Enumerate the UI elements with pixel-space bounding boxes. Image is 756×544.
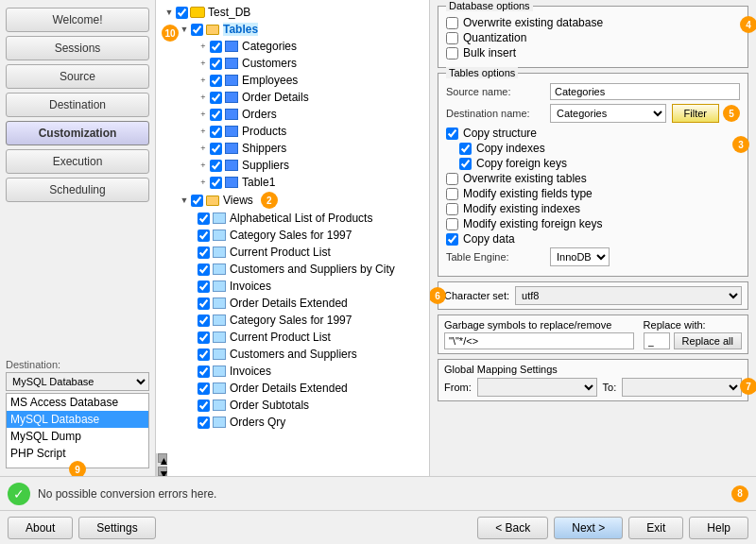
checkbox-overwrite-db[interactable]: [446, 17, 458, 29]
tree-item-view9[interactable]: Customers and Suppliers: [160, 346, 425, 363]
tree-views-folder[interactable]: ▼ Views 2: [160, 191, 425, 210]
settings-button[interactable]: Settings: [78, 517, 155, 539]
tree-item-orders[interactable]: + Orders: [160, 106, 425, 123]
checkbox-categories[interactable]: [210, 41, 222, 53]
exit-button[interactable]: Exit: [628, 517, 683, 539]
destination-listbox[interactable]: MS Access Database MySQL Database MySQL …: [6, 393, 149, 468]
checkbox-customers[interactable]: [210, 58, 222, 70]
checkbox-suppliers[interactable]: [210, 160, 222, 172]
checkbox-table1[interactable]: [210, 177, 222, 189]
checkbox-overwrite-tables[interactable]: [446, 173, 458, 185]
tree-item-view6[interactable]: Order Details Extended: [160, 295, 425, 312]
checkbox-view9[interactable]: [198, 348, 210, 361]
expand-customers[interactable]: +: [198, 58, 209, 69]
tree-item-shippers[interactable]: + Shippers: [160, 140, 425, 157]
checkbox-view2[interactable]: [198, 230, 210, 242]
mapping-to-select[interactable]: [622, 378, 742, 397]
checkbox-products[interactable]: [210, 126, 222, 138]
checkbox-quantization[interactable]: [446, 32, 458, 44]
sidebar-btn-execution[interactable]: Execution: [6, 149, 149, 174]
checkbox-copy-indexes[interactable]: [459, 143, 472, 155]
expand-table1[interactable]: +: [198, 177, 209, 188]
table-engine-select[interactable]: InnoDB: [550, 247, 610, 266]
listbox-item-mysqldump[interactable]: MySQL Dump: [7, 428, 148, 445]
checkbox-views[interactable]: [191, 195, 203, 207]
dest-name-select[interactable]: Categories: [550, 104, 666, 123]
checkbox-copy-structure[interactable]: [446, 128, 458, 140]
checkbox-copy-data[interactable]: [446, 233, 458, 246]
checkbox-view11[interactable]: [198, 382, 210, 395]
tree-item-view13[interactable]: Orders Qry: [160, 414, 425, 431]
source-name-input[interactable]: [550, 83, 740, 100]
checkbox-view4[interactable]: [198, 264, 210, 276]
checkbox-view7[interactable]: [198, 314, 210, 327]
checkbox-view12[interactable]: [198, 400, 210, 412]
next-button[interactable]: Next >: [554, 517, 623, 539]
tree-item-view10[interactable]: Invoices: [160, 363, 425, 380]
sidebar-btn-welcome[interactable]: Welcome!: [6, 8, 149, 32]
tree-item-categories[interactable]: + Categories: [160, 38, 425, 55]
tree-item-view11[interactable]: Order Details Extended: [160, 380, 425, 397]
scrollbar-up[interactable]: ▲: [158, 453, 167, 463]
tree-scroll[interactable]: ▼ Test_DB ▼ Tables + Categorie: [156, 0, 429, 453]
expand-shippers[interactable]: +: [198, 143, 209, 154]
tree-item-view7[interactable]: Category Sales for 1997: [160, 312, 425, 329]
tree-scrollbar[interactable]: ▲ ▼: [156, 453, 167, 476]
checkbox-modify-fk[interactable]: [446, 218, 458, 230]
checkbox-view1[interactable]: [198, 212, 210, 225]
checkbox-view5[interactable]: [198, 280, 210, 293]
tree-tables-folder[interactable]: ▼ Tables: [160, 21, 425, 38]
expand-root[interactable]: ▼: [163, 7, 175, 18]
sidebar-btn-customization[interactable]: Customization: [6, 121, 149, 145]
tree-item-suppliers[interactable]: + Suppliers: [160, 157, 425, 174]
checkbox-root[interactable]: [176, 7, 188, 19]
expand-suppliers[interactable]: +: [198, 160, 209, 171]
expand-employees[interactable]: +: [198, 75, 209, 86]
checkbox-shippers[interactable]: [210, 143, 222, 155]
expand-categories[interactable]: +: [198, 41, 209, 52]
replace-all-btn[interactable]: Replace all: [674, 332, 742, 349]
checkbox-view6[interactable]: [198, 298, 210, 310]
checkbox-modify-fields[interactable]: [446, 188, 458, 200]
destination-select[interactable]: MySQL Database MS Access Database MySQL …: [6, 372, 149, 391]
tree-item-customers[interactable]: + Customers: [160, 55, 425, 72]
sidebar-btn-scheduling[interactable]: Scheduling: [6, 178, 149, 202]
tree-item-products[interactable]: + Products: [160, 123, 425, 140]
checkbox-view8[interactable]: [198, 332, 210, 344]
back-button[interactable]: < Back: [477, 517, 548, 539]
tree-item-view5[interactable]: Invoices: [160, 278, 425, 295]
about-button[interactable]: About: [8, 517, 73, 539]
tree-item-table1[interactable]: + Table1: [160, 174, 425, 191]
tree-item-employees[interactable]: + Employees: [160, 72, 425, 89]
help-button[interactable]: Help: [689, 517, 748, 539]
checkbox-copy-fk[interactable]: [459, 158, 472, 170]
checkbox-orderdetails[interactable]: [210, 92, 222, 104]
tree-item-view1[interactable]: Alphabetical List of Products: [160, 210, 425, 227]
replace-input[interactable]: [644, 332, 670, 349]
checkbox-tables[interactable]: [191, 24, 203, 36]
listbox-item-phpscript[interactable]: PHP Script: [7, 445, 148, 462]
sidebar-btn-sessions[interactable]: Sessions: [6, 36, 149, 60]
checkbox-view13[interactable]: [198, 416, 210, 429]
garbage-input[interactable]: [444, 332, 634, 349]
tree-item-view4[interactable]: Customers and Suppliers by City: [160, 261, 425, 278]
checkbox-employees[interactable]: [210, 75, 222, 87]
tree-item-view3[interactable]: Current Product List: [160, 244, 425, 261]
scrollbar-down[interactable]: ▼: [158, 467, 167, 476]
filter-button[interactable]: Filter: [672, 104, 719, 123]
checkbox-view10[interactable]: [198, 366, 210, 378]
expand-orders[interactable]: +: [198, 109, 209, 120]
expand-tables[interactable]: ▼: [179, 24, 190, 35]
expand-orderdetails[interactable]: +: [198, 92, 209, 103]
listbox-item-mysql[interactable]: MySQL Database: [7, 411, 148, 428]
sidebar-btn-destination[interactable]: Destination: [6, 93, 149, 117]
mapping-from-select[interactable]: [477, 378, 597, 397]
tree-root[interactable]: ▼ Test_DB: [160, 4, 425, 21]
charset-select[interactable]: utf8: [515, 286, 742, 305]
listbox-item-msaccess[interactable]: MS Access Database: [7, 394, 148, 411]
checkbox-view3[interactable]: [198, 246, 210, 259]
tree-item-view8[interactable]: Current Product List: [160, 329, 425, 346]
tree-item-view12[interactable]: Order Subtotals: [160, 397, 425, 414]
checkbox-modify-indexes[interactable]: [446, 203, 458, 215]
sidebar-btn-source[interactable]: Source: [6, 64, 149, 89]
